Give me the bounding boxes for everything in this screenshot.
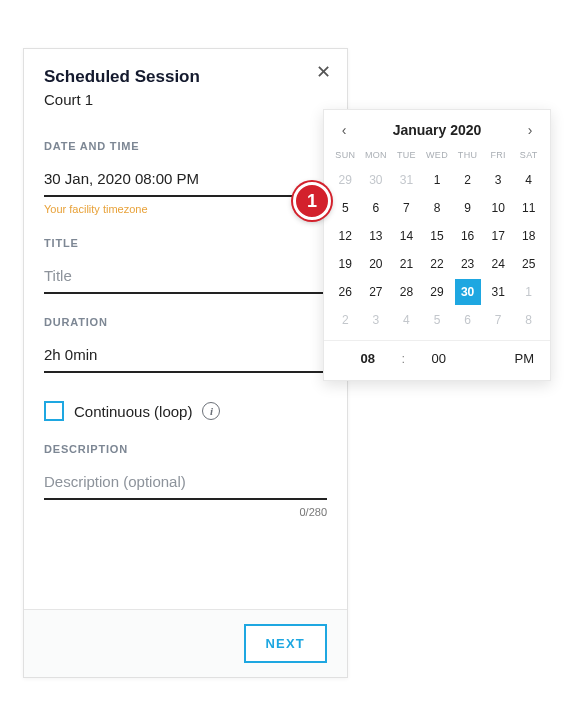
weekday-label: SAT	[513, 148, 544, 166]
calendar-day[interactable]: 30	[361, 166, 392, 194]
weekday-label: THU	[452, 148, 483, 166]
calendar-day[interactable]: 7	[483, 306, 514, 334]
calendar-day[interactable]: 31	[483, 278, 514, 306]
calendar-day[interactable]: 10	[483, 194, 514, 222]
calendar-day[interactable]: 13	[361, 222, 392, 250]
calendar-day-selected[interactable]: 30	[455, 279, 481, 305]
calendar-day[interactable]: 23	[452, 250, 483, 278]
calendar-day[interactable]: 20	[361, 250, 392, 278]
scheduled-session-modal: Scheduled Session Court 1 ✕ DATE AND TIM…	[23, 48, 348, 678]
label-duration: DURATION	[44, 316, 327, 328]
calendar-day[interactable]: 5	[422, 306, 453, 334]
continuous-label: Continuous (loop)	[74, 403, 192, 420]
calendar-day[interactable]: 6	[361, 194, 392, 222]
calendar-week-row: 12131415161718	[330, 222, 544, 250]
label-description: DESCRIPTION	[44, 443, 327, 455]
modal-title: Scheduled Session	[44, 67, 327, 87]
duration-input[interactable]	[44, 342, 327, 373]
calendar-day[interactable]: 3	[483, 166, 514, 194]
description-input[interactable]	[44, 469, 327, 500]
time-minute[interactable]: 00	[405, 351, 472, 366]
weekday-label: SUN	[330, 148, 361, 166]
calendar-day[interactable]: 18	[513, 222, 544, 250]
weekday-label: WED	[422, 148, 453, 166]
calendar-day[interactable]: 29	[422, 278, 453, 306]
date-picker-title: January 2020	[393, 122, 482, 138]
calendar-day[interactable]: 6	[452, 306, 483, 334]
calendar-day[interactable]: 4	[513, 166, 544, 194]
calendar-week-row: 567891011	[330, 194, 544, 222]
calendar-day[interactable]: 17	[483, 222, 514, 250]
calendar-day[interactable]: 5	[330, 194, 361, 222]
next-month-icon[interactable]: ›	[522, 122, 538, 138]
date-picker-header: ‹ January 2020 ›	[324, 110, 550, 148]
calendar-day[interactable]: 2	[330, 306, 361, 334]
calendar-day[interactable]: 31	[391, 166, 422, 194]
calendar-day[interactable]: 27	[361, 278, 392, 306]
date-picker: ‹ January 2020 › SUNMONTUEWEDTHUFRISAT 2…	[323, 109, 551, 381]
calendar-grid: 2930311234567891011121314151617181920212…	[324, 166, 550, 340]
calendar-day[interactable]: 9	[452, 194, 483, 222]
calendar-day[interactable]: 21	[391, 250, 422, 278]
continuous-checkbox[interactable]	[44, 401, 64, 421]
title-input[interactable]	[44, 263, 327, 294]
calendar-day[interactable]: 12	[330, 222, 361, 250]
label-title: TITLE	[44, 237, 327, 249]
calendar-day[interactable]: 19	[330, 250, 361, 278]
calendar-day[interactable]: 25	[513, 250, 544, 278]
calendar-day[interactable]: 8	[513, 306, 544, 334]
label-date-time: DATE AND TIME	[44, 140, 327, 152]
calendar-week-row: 2930311234	[330, 166, 544, 194]
calendar-week-row: 2345678	[330, 306, 544, 334]
calendar-day[interactable]: 4	[391, 306, 422, 334]
calendar-day[interactable]: 29	[330, 166, 361, 194]
annotation-marker-1: 1	[293, 182, 331, 220]
info-icon[interactable]: i	[202, 402, 220, 420]
modal-subtitle: Court 1	[44, 91, 327, 108]
calendar-day[interactable]: 24	[483, 250, 514, 278]
calendar-day[interactable]: 28	[391, 278, 422, 306]
weekday-label: MON	[361, 148, 392, 166]
time-ampm[interactable]: PM	[473, 351, 540, 366]
time-hour[interactable]: 08	[334, 351, 401, 366]
calendar-day[interactable]: 7	[391, 194, 422, 222]
close-icon[interactable]: ✕	[316, 63, 331, 81]
calendar-week-row: 19202122232425	[330, 250, 544, 278]
continuous-row: Continuous (loop) i	[44, 401, 327, 421]
calendar-day[interactable]: 2	[452, 166, 483, 194]
date-time-input[interactable]	[44, 166, 327, 197]
calendar-day[interactable]: 11	[513, 194, 544, 222]
calendar-day[interactable]: 26	[330, 278, 361, 306]
weekday-header-row: SUNMONTUEWEDTHUFRISAT	[324, 148, 550, 166]
calendar-day[interactable]: 14	[391, 222, 422, 250]
calendar-day[interactable]: 22	[422, 250, 453, 278]
weekday-label: TUE	[391, 148, 422, 166]
timezone-helper-text: Your facility timezone	[44, 203, 327, 215]
calendar-day[interactable]: 1	[513, 278, 544, 306]
next-button[interactable]: NEXT	[244, 624, 327, 663]
description-counter: 0/280	[44, 506, 327, 518]
calendar-day[interactable]: 1	[422, 166, 453, 194]
time-picker-row: 08 : 00 PM	[324, 340, 550, 376]
prev-month-icon[interactable]: ‹	[336, 122, 352, 138]
calendar-day[interactable]: 8	[422, 194, 453, 222]
calendar-week-row: 2627282930311	[330, 278, 544, 306]
calendar-day[interactable]: 15	[422, 222, 453, 250]
modal-header: Scheduled Session Court 1 ✕	[24, 49, 347, 114]
calendar-day[interactable]: 3	[361, 306, 392, 334]
calendar-day[interactable]: 16	[452, 222, 483, 250]
weekday-label: FRI	[483, 148, 514, 166]
modal-footer: NEXT	[24, 609, 347, 677]
